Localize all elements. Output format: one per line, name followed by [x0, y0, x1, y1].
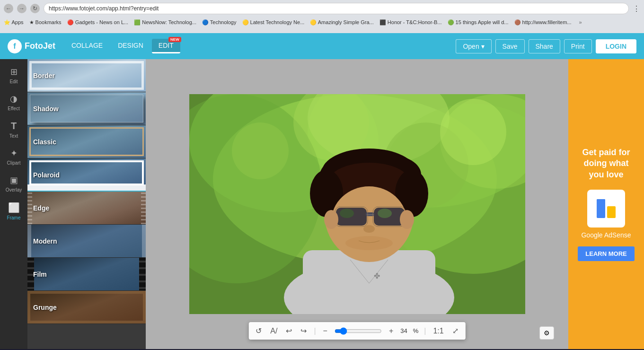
tool-text[interactable]: T Text — [0, 117, 27, 142]
browser-bookmarks: ⭐ Apps ★ Bookmarks 🔴 Gadgets - News on L… — [0, 17, 644, 27]
settings-button[interactable]: ⚙ — [539, 326, 554, 340]
zoom-in-button[interactable]: + — [388, 325, 395, 337]
share-button[interactable]: Share — [529, 39, 560, 53]
nav-collage[interactable]: COLLAGE — [65, 39, 109, 53]
frames-panel: Border Shadow Classic Polaroid — [27, 59, 146, 349]
browser-url: https://www.fotojet.com/app.html?entry=e… — [49, 5, 159, 12]
frame-film-label: Film — [33, 271, 47, 278]
bookmark-bookmarks[interactable]: ★ Bookmarks — [29, 19, 62, 26]
zoom-out-button[interactable]: − — [322, 325, 329, 337]
effect-icon: ◑ — [10, 94, 18, 104]
font-button[interactable]: A/ — [269, 325, 279, 337]
svg-point-31 — [363, 225, 375, 233]
bookmark-tech[interactable]: 🔵 Technology — [202, 19, 237, 26]
tool-overlay-label: Overlay — [6, 187, 22, 192]
frame-edge[interactable]: Edge — [27, 192, 146, 225]
frame-polaroid-label: Polaroid — [33, 171, 60, 179]
tool-text-label: Text — [9, 133, 18, 139]
browser-chrome: ← → ↻ https://www.fotojet.com/app.html?e… — [0, 0, 644, 33]
nav-design[interactable]: DESIGN — [111, 39, 150, 53]
frame-border[interactable]: Border — [27, 59, 146, 92]
frame-modern[interactable]: Modern — [27, 225, 146, 258]
login-button[interactable]: LOGIN — [596, 39, 636, 53]
photo-container: ✤ — [189, 94, 525, 314]
svg-rect-38 — [597, 199, 605, 204]
app: f FotoJet COLLAGE DESIGN EDIT NEW Open ▾… — [0, 33, 644, 349]
bookmark-15things[interactable]: 🟢 15 things Apple will d... — [448, 19, 509, 26]
ratio-button[interactable]: 1:1 — [432, 325, 445, 337]
app-nav: COLLAGE DESIGN EDIT NEW — [65, 39, 180, 53]
canvas-toolbar: ↺ A/ ↩ ↪ | − + 34% | 1:1 ⤢ — [248, 322, 465, 340]
zoom-percent: 34 — [400, 327, 407, 334]
logo-text: FotoJet — [25, 41, 55, 51]
browser-forward[interactable]: → — [17, 4, 26, 13]
refresh-button[interactable]: ↺ — [254, 325, 263, 337]
save-button[interactable]: Save — [495, 39, 525, 53]
svg-point-30 — [378, 209, 392, 218]
ad-cta-button[interactable]: LEARN MORE — [578, 246, 634, 261]
app-logo: f FotoJet — [8, 39, 55, 53]
frame-shadow[interactable]: Shadow — [27, 92, 146, 125]
main-content: ⊞ Edit ◑ Effect T Text ✦ Clipart ▣ Overl… — [0, 59, 644, 349]
edit-icon: ⊞ — [10, 67, 18, 77]
tool-effect[interactable]: ◑ Effect — [0, 90, 27, 115]
open-button[interactable]: Open ▾ — [456, 39, 491, 53]
toolbar-separator-1: | — [314, 327, 316, 335]
browser-back[interactable]: ← — [4, 4, 13, 13]
print-button[interactable]: Print — [564, 39, 592, 53]
svg-point-32 — [324, 210, 338, 229]
bookmark-honor[interactable]: ⬛ Honor - T&C:Honor-B... — [379, 19, 442, 26]
svg-text:✤: ✤ — [374, 272, 380, 280]
frame-polaroid[interactable]: Polaroid — [27, 158, 146, 192]
tool-edit[interactable]: ⊞ Edit — [0, 63, 27, 88]
tool-overlay[interactable]: ▣ Overlay — [0, 171, 27, 196]
app-header: f FotoJet COLLAGE DESIGN EDIT NEW Open ▾… — [0, 33, 644, 59]
undo-button[interactable]: ↩ — [284, 325, 293, 337]
redo-button[interactable]: ↪ — [299, 325, 308, 337]
tool-frame[interactable]: ⬜ Frame — [0, 198, 27, 224]
canvas-area: ✤ ↺ A/ ↩ ↪ | − + 34% | 1:1 ⤢ ⚙ — [146, 59, 568, 349]
frame-grunge[interactable]: Grunge — [27, 291, 146, 324]
logo-icon: f — [8, 39, 22, 53]
adsense-logo — [594, 197, 618, 220]
frame-grunge-label: Grunge — [33, 304, 57, 311]
svg-point-33 — [400, 210, 414, 229]
bookmark-amazingly[interactable]: 🟡 Amazingly Simple Gra... — [310, 19, 373, 26]
svg-point-8 — [232, 122, 289, 179]
frame-classic[interactable]: Classic — [27, 125, 146, 158]
frame-classic-label: Classic — [33, 138, 56, 146]
bookmark-filler[interactable]: 🟤 http://www.filleritem... — [514, 19, 572, 26]
svg-point-11 — [440, 99, 506, 165]
bookmark-newsnow[interactable]: 🟩 NewsNow: Technolog... — [134, 19, 196, 26]
ad-logo-container — [587, 190, 625, 228]
bookmarks-more[interactable]: » — [579, 19, 582, 25]
browser-address-bar[interactable]: https://www.fotojet.com/app.html?entry=e… — [44, 3, 629, 14]
bookmark-gadgets[interactable]: 🔴 Gadgets - News on L... — [67, 19, 129, 26]
browser-refresh[interactable]: ↻ — [30, 4, 40, 13]
ad-sidebar: Get paid for doing what you love Google … — [568, 59, 644, 349]
overlay-icon: ▣ — [10, 175, 18, 185]
frame-edge-label: Edge — [33, 204, 49, 212]
tool-frame-label: Frame — [7, 215, 21, 220]
new-badge: NEW — [168, 37, 181, 42]
browser-menu-icon[interactable]: ⋮ — [633, 4, 640, 13]
browser-toolbar: ← → ↻ https://www.fotojet.com/app.html?e… — [0, 0, 644, 17]
frame-shadow-label: Shadow — [33, 105, 59, 113]
svg-rect-37 — [607, 206, 616, 218]
frame-modern-label: Modern — [33, 237, 57, 245]
tool-effect-label: Effect — [8, 106, 19, 111]
zoom-slider[interactable] — [335, 327, 382, 335]
header-actions: Open ▾ Save Share Print LOGIN — [456, 39, 636, 53]
nav-edit[interactable]: EDIT NEW — [152, 39, 180, 53]
photo-background: ✤ — [189, 94, 525, 314]
frame-icon: ⬜ — [8, 202, 20, 213]
ad-brand: Google AdSense — [581, 231, 631, 239]
svg-point-29 — [340, 209, 354, 218]
bookmark-latest[interactable]: 🟡 Latest Technology Ne... — [242, 19, 305, 26]
bookmark-apps[interactable]: ⭐ Apps — [4, 19, 24, 26]
fullscreen-button[interactable]: ⤢ — [451, 325, 460, 337]
frame-film[interactable]: Film — [27, 258, 146, 291]
tool-clipart[interactable]: ✦ Clipart — [0, 144, 27, 169]
svg-point-34 — [345, 236, 393, 250]
tool-edit-label: Edit — [9, 79, 18, 84]
